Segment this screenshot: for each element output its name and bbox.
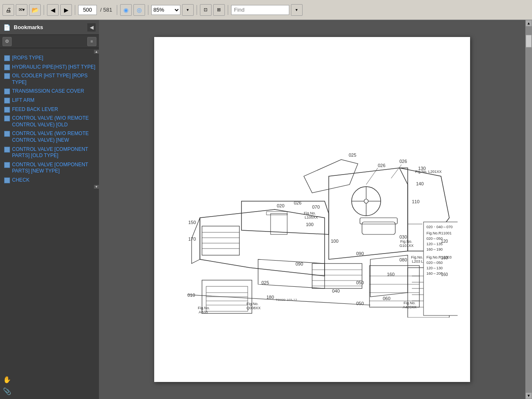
bookmark-label: CONTROL VALVE (W/O REMOTE CONTROL VALVE)… — [12, 115, 96, 128]
diagram-svg: 026 025 026 030 080 130 140 110 070 026 … — [167, 101, 458, 318]
fig-l203-label1: Fig.No. — [411, 255, 423, 259]
bookmark-item-hydraulic[interactable]: HYDRAULIC PIPE(HST) [HST TYPE] — [0, 63, 99, 72]
separator-2 — [75, 5, 75, 15]
part-140: 140 — [416, 181, 424, 186]
part-026-top: 026 — [378, 163, 385, 168]
sidebar-view-button[interactable]: ≡ — [87, 37, 96, 46]
fit-width-button[interactable]: ⊞ — [213, 4, 225, 16]
part-020: 020 — [277, 203, 284, 208]
bookmarks-list: ▲ [ROPS TYPE] HYDRAULIC PIPE(HST) [HST T… — [0, 48, 99, 372]
zoom-dropdown-button[interactable]: ▾ — [182, 4, 194, 16]
circle-right-button[interactable]: ◎ — [133, 4, 145, 16]
bookmark-icon — [4, 55, 10, 61]
bookmark-item-control-comp-old[interactable]: CONTROL VALVE [COMPONENT PARTS] [OLD TYP… — [0, 145, 99, 160]
svg-point-6 — [364, 199, 368, 203]
sidebar-paperclip-icon[interactable]: 📎 — [2, 387, 12, 396]
sidebar-page-icon: 📄 — [3, 24, 10, 31]
back-button[interactable]: ◀ — [47, 4, 59, 16]
bookmark-label: CHECK — [12, 177, 30, 184]
sidebar-header: 📄 Bookmarks ◀ — [0, 20, 99, 35]
note-120-130: 120～130 — [426, 266, 443, 270]
part-180: 180 — [266, 295, 274, 300]
find-dropdown-button[interactable]: ▾ — [291, 4, 303, 16]
part-026-bot: 026 — [294, 200, 301, 205]
svg-line-32 — [366, 168, 378, 185]
fig-l203-1: L203 — [412, 259, 420, 264]
fig-l105xx: L105XX — [305, 215, 318, 219]
bookmark-label: [ROPS TYPE] — [12, 55, 43, 62]
note-020-050: 020～050 — [426, 236, 443, 241]
sidebar-collapse-button[interactable]: ◀ — [87, 23, 96, 32]
bookmark-item-lift-arm[interactable]: LIFT ARM — [0, 96, 99, 105]
part-040: 040 — [332, 288, 340, 293]
email-button[interactable]: ✉▾ — [16, 4, 27, 16]
bookmark-label: TRANSMISSION CASE COVER — [12, 88, 84, 95]
fig-q008xx-label: Fig.No. — [246, 302, 259, 306]
bookmark-item-transmission[interactable]: TRANSMISSION CASE COVER — [0, 87, 99, 96]
page-container: 026 025 026 030 080 130 140 110 070 026 … — [154, 37, 470, 382]
bookmarks-scroll-up[interactable]: ▲ — [94, 50, 99, 54]
sidebar: 📄 Bookmarks ◀ ⚙ ≡ ▲ [ROPS TYPE] HYDRAULI… — [0, 20, 99, 399]
fig-l201xx-label: Fig.No. L201XX — [415, 170, 442, 174]
note-160-190: 160～190 — [426, 247, 443, 251]
part-100: 100 — [306, 222, 313, 227]
bookmarks-scroll-down[interactable]: ▼ — [94, 185, 99, 189]
page-total: / 581 — [99, 7, 114, 13]
bookmark-label: CONTROL VALVE (W/O REMOTE CONTROL VALVE)… — [12, 131, 96, 143]
part-100-right: 100 — [331, 239, 338, 244]
fit-page-button[interactable]: ⊡ — [200, 4, 212, 16]
bookmark-item-control-comp-new[interactable]: CONTROL VALVE [COMPONENT PARTS] [NEW TYP… — [0, 160, 99, 176]
part-025-bot: 025 — [261, 280, 269, 285]
bookmark-item-control-new[interactable]: CONTROL VALVE (W/O REMOTE CONTROL VALVE)… — [0, 129, 99, 145]
part-050-bot: 050 — [356, 301, 364, 306]
find-input[interactable] — [231, 5, 289, 15]
page-number-input[interactable]: 500 — [78, 5, 97, 15]
scroll-up-arrow[interactable]: ▲ — [525, 20, 532, 27]
part-090: 090 — [356, 251, 364, 256]
bookmark-icon — [4, 64, 10, 70]
print-button[interactable]: 🖨 — [2, 4, 14, 16]
part-170: 170 — [188, 236, 196, 241]
svg-line-33 — [391, 165, 401, 178]
separator-5 — [197, 5, 197, 15]
scroll-thumb[interactable] — [526, 35, 532, 47]
circle-left-button[interactable]: ◉ — [120, 4, 132, 16]
part-030: 030 — [399, 234, 407, 239]
separator-3 — [117, 5, 117, 15]
bookmark-icon — [4, 131, 10, 137]
bookmark-label: FEED BACK LEVER — [12, 106, 58, 113]
part-060: 060 — [383, 296, 390, 301]
part-150: 150 — [188, 220, 196, 225]
bookmark-item-feed-back[interactable]: FEED BACK LEVER — [0, 105, 99, 114]
fig-q008xx: Q008XX — [246, 306, 261, 310]
note-fig-r11001: Fig.No.R11001 — [426, 231, 452, 235]
part-070: 070 — [312, 204, 320, 209]
fig-ab35-label: Fig.No. — [198, 306, 210, 310]
bookmark-label: LIFT ARM — [12, 97, 34, 104]
svg-rect-12 — [360, 218, 397, 224]
fig-g101xx: G101XX — [399, 244, 414, 248]
fig-g101xx-label: Fig.No. — [400, 239, 412, 244]
fig-ab35: AB35 — [199, 310, 208, 314]
sidebar-gear-button[interactable]: ⚙ — [2, 37, 12, 46]
zoom-select[interactable]: 50% 75% 85% 100% 125% 150% 200% — [151, 5, 180, 15]
diagram-page-ref: TD030-103-12 — [276, 298, 297, 302]
bookmark-label: OIL COOLER [HST TYPE] [ROPS TYPE] — [12, 73, 96, 86]
open-button[interactable]: 📂 — [29, 4, 41, 16]
bookmark-label: CONTROL VALVE [COMPONENT PARTS] [NEW TYP… — [12, 162, 96, 175]
sidebar-title: Bookmarks — [14, 24, 87, 30]
bookmark-item-oil-cooler[interactable]: OIL COOLER [HST TYPE] [ROPS TYPE] — [0, 71, 99, 87]
bookmark-item-rops[interactable]: [ROPS TYPE] — [0, 54, 99, 63]
bookmark-item-check[interactable]: CHECK — [0, 176, 99, 185]
toolbar: 🖨 ✉▾ 📂 ◀ ▶ 500 / 581 ◉ ◎ 50% 75% 85% 100… — [0, 0, 532, 20]
scroll-down-arrow[interactable]: ▼ — [525, 392, 532, 399]
fig-a420xx-label: Fig.No. — [404, 301, 416, 305]
content-area: 026 025 026 030 080 130 140 110 070 026 … — [99, 20, 525, 399]
forward-button[interactable]: ▶ — [60, 4, 72, 16]
scroll-track[interactable] — [525, 27, 532, 392]
sidebar-hand-icon[interactable]: ✋ — [2, 375, 12, 384]
part-080: 080 — [399, 257, 407, 262]
svg-rect-41 — [271, 214, 287, 234]
box-num-120: 120 — [441, 239, 448, 244]
bookmark-item-control-old[interactable]: CONTROL VALVE (W/O REMOTE CONTROL VALVE)… — [0, 114, 99, 129]
